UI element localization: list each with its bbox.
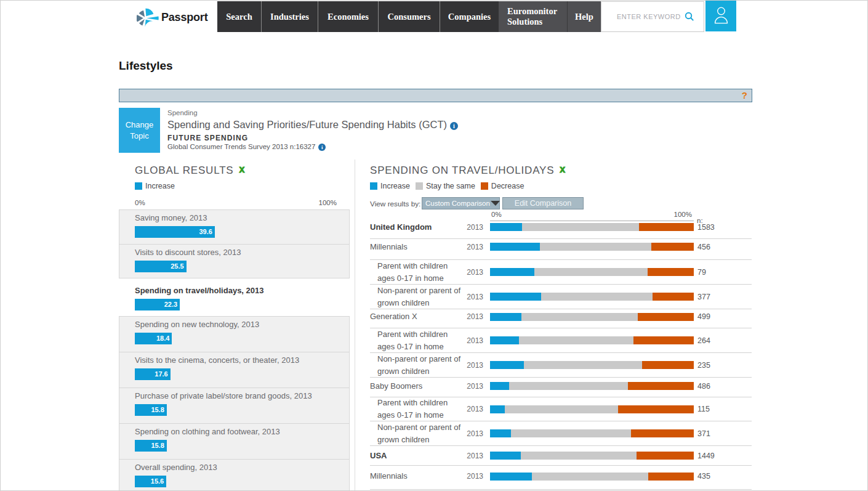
dropdown-value: Custom Comparison xyxy=(425,200,490,207)
row-year: 2013 xyxy=(464,405,483,413)
topic-info-icon[interactable]: i xyxy=(450,122,458,130)
nav-item-economies[interactable]: Economies xyxy=(318,1,378,32)
user-account-button[interactable] xyxy=(705,1,736,31)
user-icon xyxy=(712,6,730,24)
comparison-row: Parent with children ages 0-17 in home20… xyxy=(370,260,752,285)
stacked-bar xyxy=(490,473,694,481)
segment-increase xyxy=(490,382,509,390)
nav-item-help[interactable]: Help xyxy=(567,1,601,32)
nav-item-companies[interactable]: Companies xyxy=(440,1,499,32)
passport-logo[interactable]: Passport xyxy=(137,7,207,28)
segment-increase xyxy=(490,313,521,321)
segment-increase xyxy=(490,336,519,344)
row-label: Parent with children ages 0-17 in home xyxy=(370,328,465,353)
left-panel-close-icon[interactable]: x xyxy=(239,164,244,174)
segment-same xyxy=(521,452,637,460)
row-label: United Kingdom xyxy=(370,221,465,233)
global-results-item[interactable]: Spending on clothing and footwear, 20131… xyxy=(119,423,350,460)
item-label: Purchase of private label/store brand go… xyxy=(135,391,349,400)
global-results-item[interactable]: Spending on travel/holidays, 201322.3 xyxy=(119,278,350,317)
topic-title: Spending and Saving Priorities/Future Sp… xyxy=(167,119,458,131)
comparison-row: Non-parent or parent of grown children20… xyxy=(370,353,752,378)
increase-bar: 25.5 xyxy=(135,261,187,272)
main-nav: SearchIndustriesEconomiesConsumersCompan… xyxy=(217,1,601,32)
segment-decrease xyxy=(633,336,694,344)
legend-entry: Increase xyxy=(135,182,175,190)
global-results-item[interactable]: Saving money, 201339.6 xyxy=(119,209,350,245)
source-info-icon[interactable]: i xyxy=(318,144,326,151)
nav-item-consumers[interactable]: Consumers xyxy=(378,1,440,32)
global-results-item[interactable]: Spending on new technology, 201318.4 xyxy=(119,316,350,352)
right-panel-legend: IncreaseStay the sameDecrease xyxy=(370,182,529,190)
left-axis-min: 0% xyxy=(135,199,145,206)
row-label: Millennials xyxy=(370,241,465,253)
segment-decrease xyxy=(631,429,694,437)
row-label: Baby Boomers xyxy=(370,380,465,392)
passport-pie-logo-icon xyxy=(137,7,159,28)
segment-same xyxy=(521,313,638,321)
row-label: Parent with children ages 0-17 in home xyxy=(370,260,465,285)
stacked-bar xyxy=(490,313,694,321)
row-n-value: 235 xyxy=(697,361,710,370)
comparison-dropdown[interactable]: Custom Comparison xyxy=(422,197,500,209)
row-n-value: 371 xyxy=(697,429,710,438)
row-year: 2013 xyxy=(464,268,483,277)
comparison-rows: United Kingdom20131583Millennials2013456… xyxy=(370,221,752,490)
top-bar: Passport SearchIndustriesEconomiesConsum… xyxy=(1,1,867,33)
row-n-value: 264 xyxy=(697,336,710,345)
segment-increase xyxy=(490,243,540,251)
global-results-item[interactable]: Visits to discount stores, 201325.5 xyxy=(119,244,350,278)
toolbar-strip: ? xyxy=(119,89,752,102)
segment-decrease xyxy=(639,223,694,231)
segment-decrease xyxy=(651,243,694,251)
row-n-value: 1583 xyxy=(697,223,715,232)
right-panel-close-icon[interactable]: x xyxy=(560,164,565,174)
page-title: Lifestyles xyxy=(119,59,173,73)
row-year: 2013 xyxy=(464,452,483,460)
item-label: Overall spending, 2013 xyxy=(135,463,349,472)
nav-item-euromonitor-solutions[interactable]: Euromonitor Solutions xyxy=(499,1,567,32)
left-panel-title-text: GLOBAL RESULTS xyxy=(135,164,233,176)
segment-same xyxy=(511,429,631,437)
stacked-bar xyxy=(490,382,694,390)
legend-swatch xyxy=(481,182,488,190)
global-results-item[interactable]: Purchase of private label/store brand go… xyxy=(119,388,350,424)
increase-bar: 15.6 xyxy=(135,476,166,487)
row-n-value: 377 xyxy=(697,293,710,301)
nav-item-search[interactable]: Search xyxy=(217,1,261,32)
row-label: Non-parent or parent of grown children xyxy=(370,421,465,446)
comparison-row: Parent with children ages 0-17 in home20… xyxy=(370,328,752,353)
row-year: 2013 xyxy=(464,472,483,481)
row-year: 2013 xyxy=(464,312,483,321)
item-label: Visits to discount stores, 2013 xyxy=(135,248,349,257)
search-icon[interactable] xyxy=(684,11,696,23)
segment-decrease xyxy=(653,293,694,301)
row-year: 2013 xyxy=(464,429,483,438)
stacked-bar xyxy=(490,429,694,437)
help-question-icon[interactable]: ? xyxy=(742,90,747,100)
segment-decrease xyxy=(648,473,694,481)
legend-label: Increase xyxy=(380,182,410,190)
global-results-item[interactable]: Overall spending, 201315.6 xyxy=(119,459,350,491)
legend-entry: Decrease xyxy=(481,182,524,190)
segment-increase xyxy=(490,405,505,413)
right-axis-min: 0% xyxy=(491,211,502,218)
search-input[interactable] xyxy=(617,13,683,20)
legend-entry: Stay the same xyxy=(416,182,475,190)
nav-item-industries[interactable]: Industries xyxy=(261,1,318,32)
global-results-item[interactable]: Visits to the cinema, concerts, or theat… xyxy=(119,352,350,388)
row-label: Parent with children ages 0-17 in home xyxy=(370,397,465,421)
stacked-bar xyxy=(490,223,694,231)
change-topic-button[interactable]: Change Topic xyxy=(119,108,160,153)
segment-same xyxy=(522,223,639,231)
segment-decrease xyxy=(628,382,694,390)
edit-comparison-button[interactable]: Edit Comparison xyxy=(502,197,584,209)
row-year: 2013 xyxy=(464,223,483,232)
global-results-list: Saving money, 201339.6Visits to discount… xyxy=(119,209,350,491)
left-panel-title: GLOBAL RESULTSx xyxy=(135,164,244,177)
item-label: Spending on clothing and footwear, 2013 xyxy=(135,427,349,436)
segment-same xyxy=(524,361,641,369)
left-axis-max: 100% xyxy=(319,199,337,206)
segment-same xyxy=(509,382,628,390)
increase-bar: 15.8 xyxy=(135,404,167,416)
